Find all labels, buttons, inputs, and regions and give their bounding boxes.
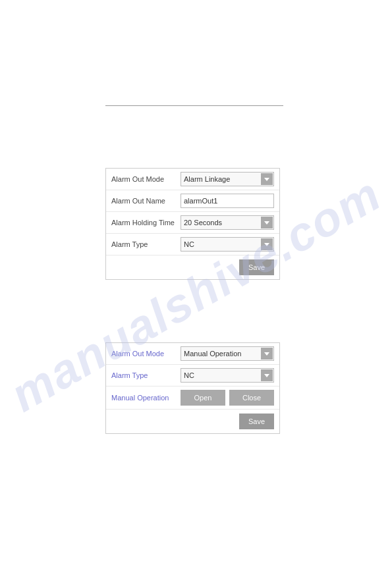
panel1-save-button[interactable]: Save [239,259,274,275]
alarm-type-label-1: Alarm Type [111,240,181,248]
alarm-type-control-1: NC NO [181,237,274,252]
panel2-save-row: Save [106,410,279,433]
alarm-out-mode-control: Alarm Linkage Manual Operation [181,172,274,186]
alarm-type-label-2: Alarm Type [111,371,181,379]
alarm-out-mode-label-2: Alarm Out Mode [111,350,181,358]
alarm-out-mode-row: Alarm Out Mode Alarm Linkage Manual Oper… [106,169,279,190]
alarm-out-mode-row-2: Alarm Out Mode Alarm Linkage Manual Oper… [106,343,279,365]
top-divider [105,105,283,106]
alarm-out-name-label: Alarm Out Name [111,197,181,205]
alarm-type-row-1: Alarm Type NC NO [106,234,279,255]
alarm-type-select-2[interactable]: NC NO [181,368,274,383]
alarm-out-mode-select-2[interactable]: Alarm Linkage Manual Operation [181,346,274,361]
page-content: Alarm Out Mode Alarm Linkage Manual Oper… [0,0,392,588]
manual-operation-buttons-area: Open Close [181,390,274,406]
manual-operation-label: Manual Operation [111,394,181,402]
alarm-out-name-control [181,194,274,208]
alarm-out-mode-select-wrapper-2: Alarm Linkage Manual Operation [181,346,274,361]
alarm-out-mode-label: Alarm Out Mode [111,175,181,183]
alarm-type-control-2: NC NO [181,368,274,383]
manual-operation-panel: Alarm Out Mode Alarm Linkage Manual Oper… [105,342,280,434]
alarm-out-mode-select[interactable]: Alarm Linkage Manual Operation [181,172,274,186]
alarm-out-name-row: Alarm Out Name [106,190,279,212]
panel1-save-row: Save [106,255,279,279]
alarm-holding-time-select[interactable]: 5 Seconds 10 Seconds 20 Seconds 30 Secon… [181,215,274,230]
alarm-holding-time-label: Alarm Holding Time [111,219,181,227]
alarm-out-name-input[interactable] [181,194,274,208]
alarm-out-mode-select-wrapper: Alarm Linkage Manual Operation [181,172,274,186]
alarm-out-mode-control-2: Alarm Linkage Manual Operation [181,346,274,361]
manual-op-buttons-group: Open Close [181,390,274,406]
alarm-type-select-wrapper-2: NC NO [181,368,274,383]
alarm-type-row-2: Alarm Type NC NO [106,365,279,387]
alarm-holding-time-control: 5 Seconds 10 Seconds 20 Seconds 30 Secon… [181,215,274,230]
alarm-holding-time-select-wrapper: 5 Seconds 10 Seconds 20 Seconds 30 Secon… [181,215,274,230]
alarm-holding-time-row: Alarm Holding Time 5 Seconds 10 Seconds … [106,212,279,234]
alarm-type-select-wrapper-1: NC NO [181,237,274,252]
manual-operation-row: Manual Operation Open Close [106,387,279,410]
watermark: manualshive.com [0,0,392,588]
close-button[interactable]: Close [229,390,274,406]
panel2-save-button[interactable]: Save [239,414,274,429]
alarm-linkage-panel: Alarm Out Mode Alarm Linkage Manual Oper… [105,168,280,280]
alarm-type-select-1[interactable]: NC NO [181,237,274,252]
open-button[interactable]: Open [181,390,225,406]
